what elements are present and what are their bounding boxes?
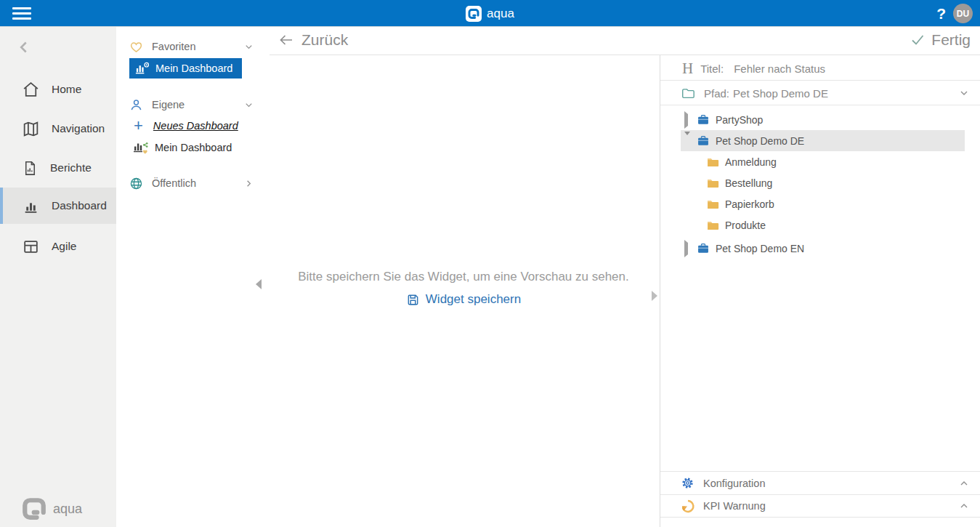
report-icon <box>22 160 39 177</box>
tree-item-label: Pet Shop Demo DE <box>716 135 804 147</box>
main-sidebar: Home Navigation Berichte Dashboard Agile <box>0 27 116 527</box>
chevron-down-icon[interactable] <box>958 87 970 99</box>
widget-properties-panel: H Titel: Fehler nach Status Pfad: Pet Sh… <box>660 55 980 527</box>
preview-message: Bitte speichern Sie das Widget, um eine … <box>267 270 660 284</box>
tree-item-label: Pet Shop Demo EN <box>716 243 804 254</box>
aqua-logo-gray-icon <box>22 496 46 521</box>
favorite-dashboard-item[interactable]: Mein Dashboard <box>129 58 242 79</box>
person-icon <box>129 98 143 112</box>
project-icon <box>697 134 710 148</box>
tree-item-partyshop[interactable]: PartyShop <box>660 109 980 130</box>
save-widget-label: Widget speichern <box>426 292 521 307</box>
bar-chart-icon <box>22 197 40 215</box>
sidebar-item-label: Berichte <box>50 161 92 174</box>
app-header: aqua ? DU <box>0 0 980 27</box>
own-dashboard-label: Mein Dashboard <box>155 142 232 153</box>
sidebar-item-label: Agile <box>52 240 76 253</box>
sidebar-item-navigation[interactable]: Navigation <box>0 110 116 147</box>
chevron-up-icon[interactable] <box>958 478 970 489</box>
chevron-up-icon[interactable] <box>958 500 970 512</box>
sidebar-item-dashboard[interactable]: Dashboard <box>0 188 116 224</box>
plus-icon: + <box>134 118 143 133</box>
public-section-header[interactable]: Öffentlich <box>129 174 254 192</box>
aqua-logo-icon <box>466 6 482 22</box>
title-value[interactable]: Fehler nach Status <box>734 63 825 75</box>
sidebar-item-label: Home <box>52 83 81 96</box>
tree-item-label: Bestellung <box>725 177 772 189</box>
arrow-left-icon <box>278 31 295 49</box>
globe-icon <box>129 177 143 190</box>
new-dashboard-button[interactable]: + Neues Dashboard <box>134 117 238 134</box>
tree-item-pet-shop-demo-en[interactable]: Pet Shop Demo EN <box>660 238 980 259</box>
favorite-dashboard-label: Mein Dashboard <box>155 63 232 74</box>
dashboard-share-favorite-icon <box>132 140 149 156</box>
project-folder-tree: PartyShop Pet Shop Demo DE Anmeldung Bes… <box>660 109 980 259</box>
grid-icon <box>22 238 40 256</box>
own-section-label: Eigene <box>152 99 235 110</box>
pie-chart-icon <box>681 499 694 513</box>
tree-item-papierkorb[interactable]: Papierkorb <box>660 193 980 214</box>
project-icon <box>697 242 710 255</box>
tree-item-label: Produkte <box>725 220 766 231</box>
dashboard-gear-icon <box>134 61 150 76</box>
brand-name: aqua <box>487 7 514 21</box>
configuration-section-header[interactable]: Konfiguration <box>660 471 980 494</box>
heart-icon <box>129 40 143 54</box>
chevron-right-icon[interactable] <box>243 178 254 189</box>
widget-title-row[interactable]: H Titel: Fehler nach Status <box>660 57 980 81</box>
tree-item-anmeldung[interactable]: Anmeldung <box>660 151 980 172</box>
expand-arrow-icon[interactable] <box>684 240 688 257</box>
own-section-header[interactable]: Eigene <box>129 96 254 113</box>
collapse-right-handle-icon[interactable] <box>652 291 657 301</box>
sidebar-item-berichte[interactable]: Berichte <box>0 150 116 186</box>
tree-item-label: PartyShop <box>716 114 763 126</box>
folder-icon <box>706 156 719 169</box>
chevron-down-icon[interactable] <box>243 41 254 52</box>
hamburger-menu-icon[interactable] <box>0 0 33 27</box>
footer-brand-name: aqua <box>53 502 82 517</box>
sidebar-footer-brand: aqua <box>22 496 82 521</box>
tree-item-produkte[interactable]: Produkte <box>660 214 980 236</box>
tree-item-label: Anmeldung <box>725 156 777 168</box>
done-label: Fertig <box>931 31 971 49</box>
widget-preview-area: Bitte speichern Sie das Widget, um eine … <box>267 55 660 527</box>
sidebar-item-agile[interactable]: Agile <box>0 228 116 265</box>
save-widget-button[interactable]: Widget speichern <box>267 292 660 307</box>
help-icon[interactable]: ? <box>936 5 946 23</box>
save-icon <box>406 293 420 307</box>
tree-item-pet-shop-demo-de[interactable]: Pet Shop Demo DE <box>681 130 965 151</box>
home-icon <box>22 81 40 99</box>
sidebar-item-label: Dashboard <box>52 199 107 212</box>
path-section-header[interactable]: Pfad: Pet Shop Demo DE <box>660 81 980 105</box>
app-brand: aqua <box>0 0 980 27</box>
project-icon <box>697 113 710 126</box>
folder-icon <box>706 219 719 232</box>
done-button[interactable]: Fertig <box>910 31 971 49</box>
chevron-down-icon[interactable] <box>243 100 254 110</box>
favorites-section-label: Favoriten <box>152 41 235 52</box>
expand-arrow-icon[interactable] <box>684 111 688 129</box>
favorites-section-header[interactable]: Favoriten <box>129 38 254 55</box>
user-avatar[interactable]: DU <box>953 4 973 23</box>
tree-item-label: Papierkorb <box>725 198 774 210</box>
heading-icon: H <box>682 60 693 78</box>
back-button[interactable]: Zurück <box>278 31 348 49</box>
tree-item-bestellung[interactable]: Bestellung <box>660 172 980 193</box>
collapse-left-handle-icon[interactable] <box>256 279 262 289</box>
folder-icon <box>706 177 719 190</box>
folder-outline-icon <box>681 86 695 100</box>
path-label: Pfad: <box>704 87 729 100</box>
kpi-warning-section-header[interactable]: KPI Warnung <box>660 494 980 518</box>
editor-toolbar: Zurück Fertig <box>270 27 980 55</box>
check-icon <box>910 32 926 48</box>
configuration-label: Konfiguration <box>703 478 949 489</box>
sidebar-collapse-icon[interactable] <box>15 38 33 60</box>
path-value: Pet Shop Demo DE <box>733 87 949 100</box>
sidebar-item-home[interactable]: Home <box>0 71 116 108</box>
title-label: Titel: <box>700 63 724 75</box>
dashboards-panel: Favoriten Mein Dashboard Eigene + Neues … <box>116 27 267 527</box>
sidebar-item-label: Navigation <box>52 122 105 135</box>
folder-icon <box>706 198 719 211</box>
own-dashboard-item[interactable]: Mein Dashboard <box>132 138 232 157</box>
collapse-arrow-icon[interactable] <box>684 132 690 147</box>
